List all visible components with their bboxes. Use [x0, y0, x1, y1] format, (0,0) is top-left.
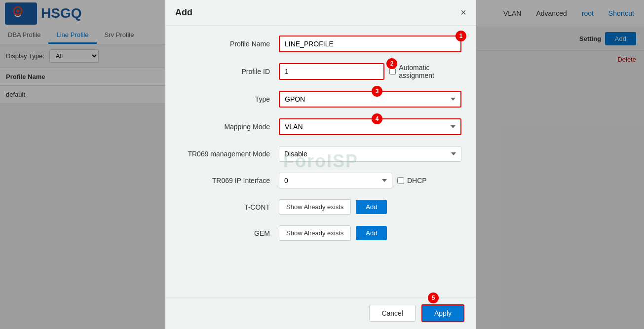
- cancel-button[interactable]: Cancel: [369, 305, 416, 322]
- badge-2: 2: [386, 58, 397, 69]
- badge-3: 3: [372, 86, 382, 97]
- profile-name-row: 1 Profile Name: [180, 36, 461, 52]
- gem-show-button[interactable]: Show Already exists: [279, 225, 351, 241]
- badge-4: 4: [372, 113, 382, 124]
- tr069-ip-row: TR069 IP Interface 0 DHCP: [180, 173, 461, 188]
- mapping-mode-row: 4 Mapping Mode VLAN GEM Port: [180, 118, 461, 135]
- dhcp-checkbox[interactable]: [397, 177, 404, 184]
- tcont-row: T-CONT Show Already exists Add: [180, 199, 461, 215]
- tr069-mode-row: TR069 management Mode Disable Enable: [180, 146, 461, 162]
- profile-id-input[interactable]: [279, 63, 384, 80]
- modal-close-button[interactable]: ×: [460, 7, 466, 18]
- profile-name-input[interactable]: [279, 36, 461, 52]
- mapping-mode-label: Mapping Mode: [180, 123, 279, 131]
- tr069-ip-select[interactable]: 0: [279, 173, 392, 188]
- modal-header: Add ×: [165, 0, 476, 26]
- type-row: 3 Type GPON EPON XGS-PON: [180, 91, 461, 108]
- mapping-mode-select[interactable]: VLAN GEM Port: [279, 118, 461, 135]
- gem-label: GEM: [180, 229, 279, 237]
- modal-body: ForoISP 1 Profile Name 2 Profile ID Auto…: [165, 26, 476, 297]
- dhcp-label: DHCP: [397, 177, 427, 184]
- gem-add-button[interactable]: Add: [356, 226, 387, 240]
- badge-1: 1: [455, 31, 466, 41]
- dhcp-text: DHCP: [407, 177, 427, 184]
- type-label: Type: [180, 95, 279, 103]
- tr069-ip-label: TR069 IP Interface: [180, 177, 279, 184]
- profile-name-label: Profile Name: [180, 40, 279, 48]
- auto-assignment-label: Automatic assignment: [389, 64, 461, 79]
- modal-footer: 5 Cancel Apply: [165, 297, 476, 329]
- badge-5: 5: [428, 292, 439, 303]
- tcont-show-button[interactable]: Show Already exists: [279, 199, 351, 215]
- auto-assignment-text: Automatic assignment: [399, 64, 461, 79]
- type-select[interactable]: GPON EPON XGS-PON: [279, 91, 461, 108]
- modal-dialog: Add × ForoISP 1 Profile Name 2 Profile I…: [165, 0, 476, 329]
- modal-title: Add: [175, 7, 192, 18]
- tcont-add-button[interactable]: Add: [356, 200, 387, 214]
- tr069-mode-select[interactable]: Disable Enable: [279, 146, 461, 162]
- profile-id-row: 2 Profile ID Automatic assignment: [180, 63, 461, 80]
- profile-id-label: Profile ID: [180, 68, 279, 75]
- tcont-label: T-CONT: [180, 203, 279, 211]
- tr069-mode-label: TR069 management Mode: [180, 150, 279, 158]
- gem-row: GEM Show Already exists Add: [180, 225, 461, 241]
- apply-button[interactable]: Apply: [421, 304, 464, 322]
- auto-assignment-checkbox[interactable]: [389, 68, 396, 75]
